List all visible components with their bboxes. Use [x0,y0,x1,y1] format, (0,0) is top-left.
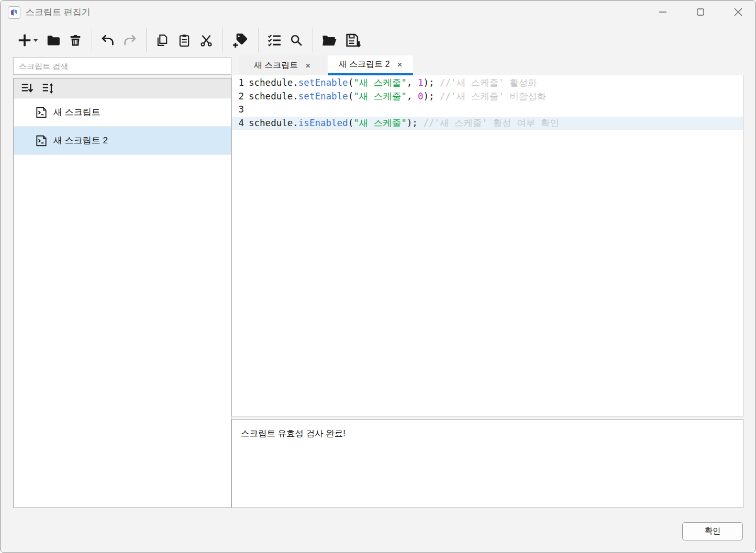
paste-button[interactable] [175,31,193,50]
code-token-comment: //'새 스케줄' 활성 여부 확인 [423,118,559,128]
validate-list-button[interactable] [265,31,283,50]
code-token-string: "새 스케줄" [353,91,407,101]
paste-icon [177,33,192,48]
open-script-button[interactable] [320,31,339,50]
toolbar-separator [313,28,313,52]
line-number: 4 [236,117,244,130]
script-search-input[interactable] [13,57,231,75]
script-list-item-selected[interactable]: 새 스크립트 2 [14,127,231,155]
undo-button[interactable] [99,31,117,50]
code-line[interactable]: 2schedule.setEnable("새 스케줄", 0); //'새 스케… [232,90,743,104]
code-token-plain: , [407,77,418,88]
validation-message-panel: 스크립트 유효성 검사 완료! [231,419,743,508]
code-line[interactable]: 3 [232,103,743,117]
code-token-plain: ( [348,118,354,128]
sort-up-down-icon [41,82,55,95]
tab-script-2-active[interactable]: 새 스크립트 2 × [328,55,413,75]
tag-plus-icon [232,32,249,49]
code-token-number: 1 [418,77,424,88]
code-text: schedule.setEnable("새 스케줄", 0); //'새 스케줄… [249,90,546,104]
copy-button[interactable] [153,31,171,50]
undo-icon [101,33,115,48]
sort-down-icon [20,82,34,95]
code-token-plain: ); [407,118,424,128]
code-token-plain: ); [423,77,440,88]
find-button[interactable] [287,31,305,50]
scissors-icon [199,33,214,48]
minimize-button[interactable] [651,2,675,22]
tab-close-icon[interactable]: × [305,61,310,70]
code-token-string: "새 스케줄" [353,77,407,88]
ok-button[interactable]: 확인 [682,522,743,540]
tab-close-icon[interactable]: × [397,60,402,69]
tab-script-1[interactable]: 새 스크립트 × [239,55,326,75]
toolbar-separator [258,28,259,52]
code-token-plain: , [407,91,418,101]
redo-icon [123,33,137,48]
code-token-plain: ( [348,91,354,101]
copy-icon [155,33,170,48]
add-script-button[interactable] [15,31,40,50]
chevron-down-icon [32,37,39,43]
tabbar: 새 스크립트 × 새 스크립트 2 × [231,55,415,75]
code-token-func: setEnable [298,91,348,101]
script-file-icon [35,134,48,148]
folder-button[interactable] [45,31,62,50]
save-icon [344,32,362,49]
code-token-plain: ); [423,91,440,101]
tab-label: 새 스크립트 [254,60,298,71]
code-line[interactable]: 4schedule.isEnabled("새 스케줄"); //'새 스케줄' … [232,117,743,130]
code-editor[interactable]: 1schedule.setEnable("새 스케줄", 1); //'새 스케… [231,75,743,416]
delete-button[interactable] [66,31,84,50]
toolbar-separator [223,28,223,52]
code-token-func: isEnabled [298,118,348,128]
script-list-header [14,78,231,98]
code-token-number: 0 [418,91,424,101]
maximize-button[interactable] [688,2,713,22]
code-token-plain: schedule. [249,77,298,88]
code-token-plain: ( [348,77,354,88]
script-item-label: 새 스크립트 2 [53,134,108,146]
sort-reorder-button[interactable] [40,81,57,96]
close-button[interactable] [726,2,750,22]
app-logo-icon [8,6,20,19]
checklist-icon [266,32,282,48]
save-button[interactable] [343,31,364,50]
titlebar: 스크립트 편집기 [1,1,755,24]
code-token-comment: //'새 스케줄' 활성화 [440,77,537,88]
toolbar-separator [92,28,92,52]
trash-icon [68,33,83,48]
script-editor-window: 스크립트 편집기 [0,0,756,553]
validation-message: 스크립트 유효성 검사 완료! [241,428,346,438]
add-tag-button[interactable] [230,31,251,50]
code-token-comment: //'새 스케줄' 비활성화 [440,91,546,101]
code-text: schedule.isEnabled("새 스케줄"); //'새 스케줄' 활… [249,117,559,130]
script-list-panel: 새 스크립트 새 스크립트 2 [13,78,231,508]
script-item-label: 새 스크립트 [53,106,101,118]
line-number: 2 [236,90,244,104]
folder-icon [46,32,61,48]
script-list-item[interactable]: 새 스크립트 [14,98,231,127]
close-icon [732,6,744,18]
line-number: 1 [236,76,244,90]
window-controls [637,2,750,22]
toolbar [1,26,755,55]
tab-label: 새 스크립트 2 [339,59,390,70]
code-token-func: setEnable [298,77,348,88]
window-title: 스크립트 편집기 [26,6,91,18]
toolbar-separator [146,28,147,52]
redo-button[interactable] [121,31,139,50]
sort-descending-button[interactable] [19,81,36,96]
code-token-string: "새 스케줄" [353,118,407,128]
code-line[interactable]: 1schedule.setEnable("새 스케줄", 1); //'새 스케… [232,76,743,90]
maximize-icon [694,6,707,18]
code-token-plain: schedule. [249,118,298,128]
add-icon [17,32,32,48]
code-token-plain: schedule. [249,91,298,101]
line-number: 3 [236,103,244,117]
minimize-icon [657,6,669,18]
folder-open-icon [321,32,338,49]
script-file-icon [35,106,48,119]
code-text: schedule.setEnable("새 스케줄", 1); //'새 스케줄… [249,76,537,90]
cut-button[interactable] [197,31,215,50]
